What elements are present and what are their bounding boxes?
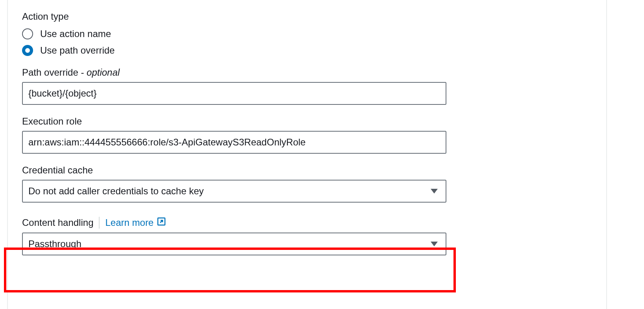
- content-handling-label: Content handling: [22, 217, 93, 228]
- credential-cache-label: Credential cache: [22, 165, 592, 176]
- content-handling-label-row: Content handling Learn more: [22, 217, 592, 229]
- credential-cache-group: Credential cache Do not add caller crede…: [22, 165, 592, 203]
- credential-cache-select[interactable]: Do not add caller credentials to cache k…: [22, 180, 446, 203]
- radio-label: Use action name: [40, 28, 111, 39]
- path-override-input[interactable]: [22, 82, 446, 105]
- path-override-label: Path override - optional: [22, 67, 592, 78]
- execution-role-input[interactable]: [22, 131, 446, 154]
- learn-more-text: Learn more: [105, 217, 154, 228]
- credential-cache-value: Do not add caller credentials to cache k…: [28, 186, 204, 197]
- action-type-group: Action type Use action name Use path ove…: [22, 11, 592, 56]
- execution-role-group: Execution role: [22, 116, 592, 154]
- radio-icon-selected: [22, 45, 33, 56]
- optional-text: optional: [87, 67, 120, 78]
- form-panel: Action type Use action name Use path ove…: [7, 0, 607, 309]
- label-divider: [99, 217, 100, 229]
- action-type-radio-group: Use action name Use path override: [22, 28, 592, 56]
- learn-more-link[interactable]: Learn more: [105, 217, 166, 229]
- content-handling-group: Content handling Learn more Passthrou: [22, 217, 592, 255]
- radio-icon: [22, 28, 33, 39]
- content-handling-select[interactable]: Passthrough: [22, 233, 446, 255]
- content-handling-value: Passthrough: [28, 238, 81, 249]
- radio-use-action-name[interactable]: Use action name: [22, 28, 592, 39]
- execution-role-label: Execution role: [22, 116, 592, 127]
- radio-use-path-override[interactable]: Use path override: [22, 45, 592, 56]
- external-link-icon: [157, 217, 166, 229]
- radio-label: Use path override: [40, 45, 115, 56]
- path-override-label-text: Path override -: [22, 67, 87, 78]
- action-type-label: Action type: [22, 11, 592, 22]
- path-override-group: Path override - optional: [22, 67, 592, 105]
